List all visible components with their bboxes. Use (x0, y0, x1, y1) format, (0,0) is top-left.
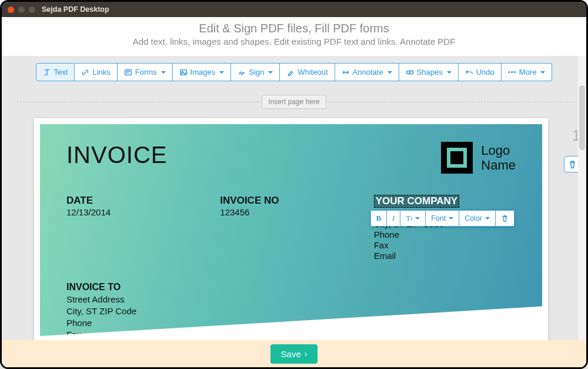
images-tool-button[interactable]: Images (173, 63, 232, 81)
color-button[interactable]: Color (459, 210, 496, 227)
text-size-button[interactable]: TI (400, 210, 426, 227)
italic-button[interactable]: I (387, 210, 400, 227)
trash-icon (568, 160, 577, 169)
window-titlebar: Sejda PDF Desktop (2, 2, 586, 17)
window-minimize-button[interactable] (18, 6, 25, 13)
sign-tool-button[interactable]: Sign (231, 63, 280, 81)
image-icon (179, 68, 188, 77)
forms-icon (124, 68, 132, 77)
chevron-down-icon (387, 71, 392, 74)
links-tool-button[interactable]: Links (75, 63, 117, 81)
bold-button[interactable]: B (370, 210, 387, 227)
chevron-down-icon (485, 217, 490, 220)
chevron-right-icon: › (305, 349, 308, 358)
svg-rect-4 (410, 71, 413, 74)
font-button[interactable]: Font (426, 210, 459, 227)
window-close-button[interactable] (8, 6, 14, 13)
window-title: Sejda PDF Desktop (42, 5, 109, 14)
company-name-selected[interactable]: YOUR COMPANY (374, 195, 459, 208)
delete-text-button[interactable] (496, 210, 514, 227)
more-icon: ••• (508, 68, 516, 77)
doc-title[interactable]: INVOICE (66, 142, 167, 168)
invoice-no-block[interactable]: INVOICE NO 123456 (220, 195, 362, 261)
page-header: Edit & Sign PDF files, Fill PDF forms Ad… (2, 17, 586, 56)
company-block[interactable]: YOUR COMPANY Street Address City, ST ZIP… (374, 195, 516, 261)
page-subtitle: Add text, links, images and shapes. Edit… (2, 36, 586, 46)
link-icon (81, 68, 89, 77)
svg-rect-0 (125, 69, 132, 75)
whiteout-tool-button[interactable]: Whiteout (280, 63, 335, 81)
save-button[interactable]: Save › (270, 344, 318, 364)
scrollbar-thumb[interactable] (579, 85, 585, 150)
page-title: Edit & Sign PDF files, Fill PDF forms (2, 22, 586, 35)
text-format-toolbar: B I TI Font (370, 210, 514, 227)
pdf-page[interactable]: INVOICE Logo Name DATE (34, 118, 548, 367)
text-tool-button[interactable]: Text (36, 63, 75, 81)
annotate-tool-button[interactable]: Annotate (335, 63, 399, 81)
scrollbar[interactable] (578, 56, 586, 340)
chevron-down-icon (449, 217, 453, 220)
chevron-down-icon (219, 71, 224, 74)
annotate-icon (342, 68, 350, 77)
text-icon (43, 68, 51, 77)
more-tool-button[interactable]: ••• More (502, 63, 553, 81)
logo-text: Logo Name (481, 143, 516, 173)
logo-mark-icon (441, 142, 473, 174)
trash-icon (501, 215, 509, 222)
whiteout-icon (286, 68, 295, 77)
chevron-down-icon (161, 71, 166, 74)
save-bar: Save › (2, 340, 586, 367)
main-toolbar: Text Links Forms Images (2, 63, 586, 81)
date-block[interactable]: DATE 12/13/2014 (66, 195, 208, 261)
undo-icon (465, 68, 473, 77)
shapes-tool-button[interactable]: Shapes (399, 63, 459, 81)
logo-block[interactable]: Logo Name (441, 142, 516, 174)
svg-point-3 (406, 71, 409, 74)
forms-tool-button[interactable]: Forms (118, 63, 173, 81)
insert-page-button[interactable]: Insert page here (262, 95, 326, 109)
chevron-down-icon (268, 71, 273, 74)
chevron-down-icon (415, 217, 420, 220)
chevron-down-icon (540, 71, 545, 74)
chevron-down-icon (447, 71, 452, 74)
sign-icon (238, 68, 246, 77)
undo-button[interactable]: Undo (459, 63, 502, 81)
window-maximize-button[interactable] (29, 6, 35, 13)
shapes-icon (406, 68, 414, 77)
